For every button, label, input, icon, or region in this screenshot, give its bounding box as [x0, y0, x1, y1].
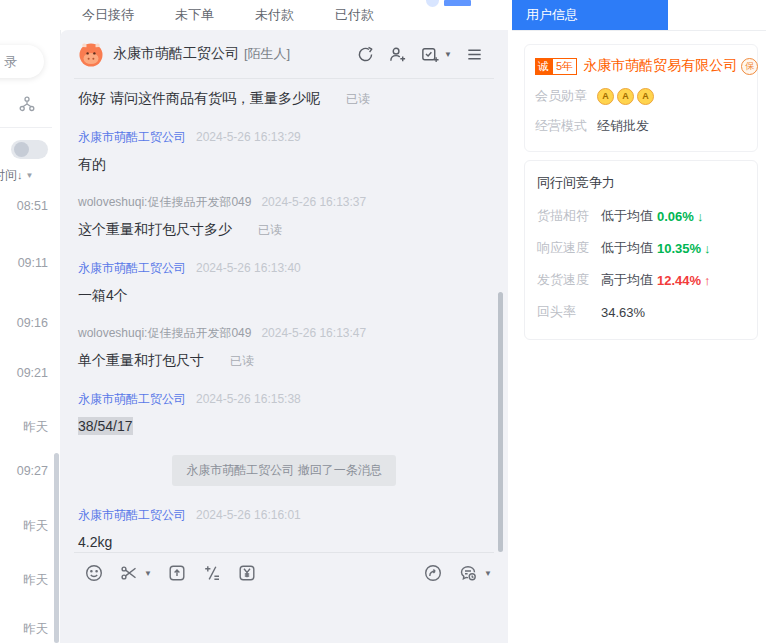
conversation-item-time[interactable]: 09:16 — [0, 316, 48, 330]
contact-name: 永康市萌酷工贸公司 — [113, 45, 239, 63]
message-toolbar: ▼ — [84, 557, 492, 589]
sort-caret-icon: ▼ — [26, 171, 34, 180]
message-line: 38/54/17 — [78, 417, 490, 435]
message-line: 这个重量和打包尺寸多少已读 — [78, 220, 490, 239]
stat-label: 货描相符 — [537, 207, 601, 225]
user-info-panel: 用户信息 诚 5年 永康市萌酷贸易有限公司 保 会员勋章 AAA 经营模式 经销… — [512, 0, 766, 643]
sender-name[interactable]: 永康市萌酷工贸公司 — [78, 130, 186, 144]
stat-value: 0.06% — [657, 209, 694, 224]
message-timestamp: 2024-5-26 16:16:01 — [196, 508, 301, 522]
stat-value: 34.63% — [601, 305, 645, 320]
sort-direction-icon: ↓ — [17, 169, 23, 181]
filter-toggle[interactable] — [11, 140, 48, 159]
stat-prefix: 低于均值 — [601, 239, 653, 257]
competitiveness-title: 同行间竞争力 — [537, 174, 745, 192]
conversation-item-time[interactable]: 09:27 — [0, 464, 48, 478]
upload-file-icon[interactable] — [167, 563, 187, 583]
filter-tab-2[interactable]: 未付款 — [255, 6, 294, 24]
contact-avatar — [78, 41, 104, 67]
chat-record-pill[interactable]: 录 — [0, 45, 44, 78]
stat-label: 发货速度 — [537, 271, 601, 289]
message-timestamp: 2024-5-26 16:13:29 — [196, 130, 301, 144]
stat-row: 响应速度低于均值10.35%↓ — [537, 239, 745, 257]
message-header: woloveshuqi:促佳搜品开发部0492024-5-26 16:13:37 — [78, 194, 490, 211]
competitiveness-rows: 货描相符低于均值0.06%↓响应速度低于均值10.35%↓发货速度高于均值12.… — [537, 207, 745, 321]
conversation-item-time[interactable]: 09:21 — [0, 366, 48, 380]
message-text: 你好 请问这件商品有货吗，重量多少呢 — [78, 89, 320, 107]
message-text: 一箱4个 — [78, 286, 128, 304]
conversation-item-time[interactable]: 昨天 — [0, 572, 48, 589]
chat-panel: 永康市萌酷工贸公司 [陌生人] ▼ 你 — [60, 30, 508, 643]
stat-value: 10.35% — [657, 241, 701, 256]
filter-tab-bar: 今日接待未下单未付款已付款 — [60, 0, 508, 30]
sender-name[interactable]: 永康市萌酷工贸公司 — [78, 261, 186, 275]
forward-icon[interactable] — [423, 563, 443, 583]
chat-header: 永康市萌酷工贸公司 [陌生人] ▼ — [60, 30, 508, 78]
read-status: 已读 — [258, 222, 282, 239]
contact-stranger-tag: [陌生人] — [244, 45, 290, 63]
message-text: 单个重量和打包尺寸 — [78, 351, 204, 369]
stat-arrow-icon: ↓ — [704, 241, 711, 256]
create-task-icon[interactable] — [420, 45, 439, 64]
medal-label: 会员勋章 — [535, 87, 587, 105]
conversation-list-edge: 录 时间↓▼ 08:5109:1109:1609:21昨天09:27昨天昨天昨天 — [0, 0, 61, 643]
quick-phrase-icon[interactable] — [202, 563, 222, 583]
conversation-item-time[interactable]: 08:51 — [0, 199, 48, 213]
partial-header-link — [444, 0, 471, 6]
message-line: 4.2kg — [78, 533, 490, 551]
message-timestamp: 2024-5-26 16:13:47 — [261, 326, 366, 340]
conversation-item-time[interactable]: 昨天 — [0, 518, 48, 535]
filter-tab-1[interactable]: 未下单 — [175, 6, 214, 24]
message-line: 你好 请问这件商品有货吗，重量多少呢已读 — [78, 89, 490, 108]
company-card: 诚 5年 永康市萌酷贸易有限公司 保 会员勋章 AAA 经营模式 经销批发 — [524, 44, 758, 152]
stat-prefix: 低于均值 — [601, 207, 653, 225]
conversation-list-scrollbar[interactable] — [54, 453, 59, 643]
screenshot-scissors-icon[interactable] — [119, 563, 139, 583]
message-group: 永康市萌酷工贸公司2024-5-26 16:13:40一箱4个 — [78, 260, 490, 304]
message-timestamp: 2024-5-26 16:13:40 — [196, 261, 301, 275]
filter-tab-3[interactable]: 已付款 — [335, 6, 374, 24]
conversation-item-time[interactable]: 昨天 — [0, 419, 48, 436]
message-group: woloveshuqi:促佳搜品开发部0492024-5-26 16:13:47… — [78, 325, 490, 370]
chat-scrollbar[interactable] — [498, 292, 503, 552]
message-text: 4.2kg — [78, 533, 112, 551]
menu-icon[interactable] — [465, 45, 484, 64]
message-group: 永康市萌酷工贸公司2024-5-26 16:13:29有的 — [78, 129, 490, 173]
competitiveness-card: 同行间竞争力 货描相符低于均值0.06%↓响应速度低于均值10.35%↓发货速度… — [524, 160, 758, 340]
message-header: woloveshuqi:促佳搜品开发部0492024-5-26 16:13:47 — [78, 325, 490, 342]
org-structure-icon[interactable] — [19, 96, 35, 112]
screenshot-caret-icon[interactable]: ▼ — [144, 569, 152, 578]
create-task-caret-icon[interactable]: ▼ — [444, 50, 452, 59]
sort-by-time[interactable]: 时间↓▼ — [0, 167, 33, 184]
member-medal-icon: A — [637, 88, 654, 105]
conversation-item-time[interactable]: 09:11 — [0, 256, 48, 270]
chat-history-icon[interactable] — [458, 563, 478, 583]
emoji-icon[interactable] — [84, 563, 104, 583]
message-line: 有的 — [78, 155, 490, 173]
tab-user-info[interactable]: 用户信息 — [512, 0, 668, 30]
mode-label: 经营模式 — [535, 117, 587, 135]
read-status: 已读 — [230, 353, 254, 370]
message-group: 永康市萌酷工贸公司2024-5-26 16:15:3838/54/17 — [78, 391, 490, 435]
sender-name[interactable]: 永康市萌酷工贸公司 — [78, 508, 186, 522]
transaction-icon[interactable] — [237, 563, 257, 583]
sender-name[interactable]: 永康市萌酷工贸公司 — [78, 392, 186, 406]
message-header: 永康市萌酷工贸公司2024-5-26 16:13:40 — [78, 260, 490, 277]
filter-toggle-knob — [14, 142, 29, 157]
tab-user-info-label: 用户信息 — [526, 6, 578, 24]
conversation-item-time[interactable]: 昨天 — [0, 621, 48, 638]
stat-value: 12.44% — [657, 273, 701, 288]
filter-tab-0[interactable]: 今日接待 — [82, 6, 134, 24]
stat-arrow-icon: ↓ — [697, 209, 704, 224]
cheng-badge: 诚 — [535, 58, 552, 75]
message-line: 一箱4个 — [78, 286, 490, 304]
company-title-row: 诚 5年 永康市萌酷贸易有限公司 保 — [535, 57, 747, 75]
chat-history-caret-icon[interactable]: ▼ — [484, 569, 492, 578]
refresh-icon[interactable] — [356, 45, 375, 64]
add-contact-icon[interactable] — [388, 45, 407, 64]
member-medal-icon: A — [597, 88, 614, 105]
company-name-link[interactable]: 永康市萌酷贸易有限公司 — [583, 57, 737, 75]
message-header: 永康市萌酷工贸公司2024-5-26 16:15:38 — [78, 391, 490, 408]
bao-guarantee-icon: 保 — [741, 58, 758, 75]
message-text: 38/54/17 — [78, 417, 133, 435]
